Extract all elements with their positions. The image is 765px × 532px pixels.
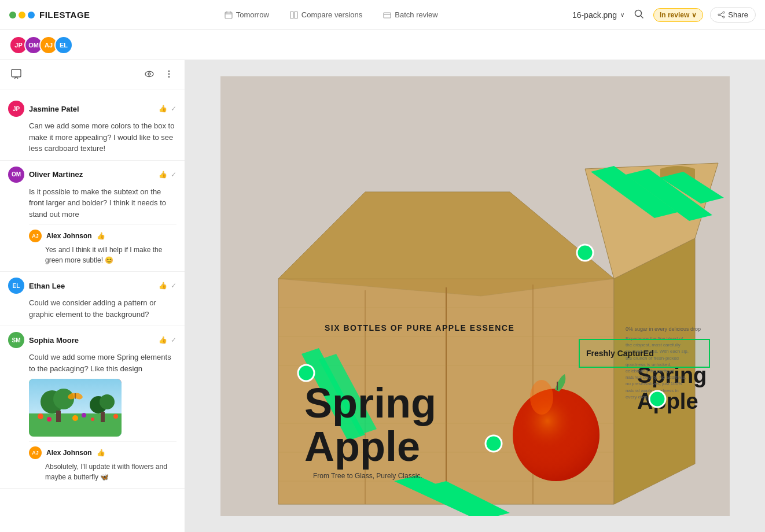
chevron-down-icon: ∨ xyxy=(620,12,624,18)
reply-text-4: Absolutely, I'll update it with flowers … xyxy=(45,461,176,482)
svg-rect-30 xyxy=(101,412,105,422)
comment-text-3: Could we consider adding a pattern or gr… xyxy=(29,297,176,320)
resolve-button-3[interactable]: ✓ xyxy=(171,282,176,290)
reviewer-avatars: JP OM AJ EL xyxy=(9,36,73,54)
comment-1: JP Jasmine Patel 👍 ✓ Can we add some mor… xyxy=(0,95,185,161)
resolve-button-2[interactable]: ✓ xyxy=(171,171,176,179)
status-chevron-icon: ∨ xyxy=(692,11,697,19)
reply-text-2: Yes and I think it will help if I make t… xyxy=(45,245,176,265)
compare-icon xyxy=(290,11,298,19)
resolve-button-1[interactable]: ✓ xyxy=(171,105,176,113)
commenter-name-1: Jasmine Patel xyxy=(29,105,79,113)
comment-3: EL Ethan Lee 👍 ✓ Could we consider addin… xyxy=(0,272,185,326)
logo-dot-blue xyxy=(28,12,35,19)
main-layout: JP Jasmine Patel 👍 ✓ Can we add some mor… xyxy=(0,60,765,532)
svg-rect-6 xyxy=(384,13,391,18)
comment-1-header: JP Jasmine Patel 👍 ✓ xyxy=(8,101,176,117)
batch-review-button[interactable]: Batch review xyxy=(378,8,442,21)
logo-dot-yellow xyxy=(19,12,25,19)
svg-point-18 xyxy=(145,72,153,77)
svg-rect-15 xyxy=(12,69,21,77)
search-icon xyxy=(634,9,644,19)
calendar-icon xyxy=(225,11,233,19)
share-button[interactable]: Share xyxy=(710,7,756,23)
logo-dot-green xyxy=(9,12,16,19)
svg-point-68 xyxy=(530,380,553,415)
logo-text: FILESTAGE xyxy=(39,10,90,20)
spring-image xyxy=(29,379,122,437)
batch-review-label: Batch review xyxy=(395,10,437,19)
tomorrow-button[interactable]: Tomorrow xyxy=(220,8,274,21)
comment-1-actions: 👍 ✓ xyxy=(159,105,176,113)
logo-dots xyxy=(9,12,35,19)
svg-point-67 xyxy=(513,389,600,481)
sidebar: JP Jasmine Patel 👍 ✓ Can we add some mor… xyxy=(0,60,185,532)
svg-point-21 xyxy=(168,73,170,75)
status-label: In review xyxy=(660,11,689,19)
avatar-el-comment: EL xyxy=(8,278,24,294)
svg-line-14 xyxy=(720,15,723,17)
svg-line-9 xyxy=(641,16,643,18)
commenter-name-2: Oliver Martinez xyxy=(29,170,83,179)
avatar-aj-reply-2: AJ xyxy=(29,230,42,242)
comment-2: OM Oliver Martinez 👍 ✓ Is it possible to… xyxy=(0,161,185,272)
avatar-jp-comment: JP xyxy=(8,101,24,117)
svg-text:Freshly CapturEd: Freshly CapturEd xyxy=(586,349,654,358)
reply-4: AJ Alex Johnson 👍 Absolutely, I'll updat… xyxy=(29,441,176,482)
svg-point-34 xyxy=(82,413,86,418)
tomorrow-label: Tomorrow xyxy=(236,10,269,19)
resolve-button-4[interactable]: ✓ xyxy=(171,336,176,344)
eye-icon xyxy=(144,69,155,79)
svg-text:SIX BOTTLES OF PURE APPLE ESSE: SIX BOTTLES OF PURE APPLE ESSENCE xyxy=(325,323,514,332)
avatar-sm-comment: SM xyxy=(8,332,24,348)
svg-point-33 xyxy=(72,415,78,421)
like-button-1[interactable]: 👍 xyxy=(159,105,167,113)
more-options-button[interactable] xyxy=(161,66,176,83)
add-comment-icon xyxy=(10,68,22,80)
svg-point-22 xyxy=(168,76,170,78)
view-toggle-button[interactable] xyxy=(142,66,157,83)
svg-text:Apple: Apple xyxy=(304,423,420,470)
reply-2: AJ Alex Johnson 👍 Yes and I think it wil… xyxy=(29,224,176,265)
status-badge[interactable]: In review ∨ xyxy=(653,8,703,22)
share-label: Share xyxy=(728,10,748,19)
like-button-4[interactable]: 👍 xyxy=(159,336,167,344)
commenter-info-4: SM Sophia Moore xyxy=(8,332,79,348)
svg-rect-4 xyxy=(290,12,293,19)
svg-point-10 xyxy=(723,12,724,13)
file-name-text: 16-pack.png xyxy=(572,10,617,20)
comment-4: SM Sophia Moore 👍 ✓ Could we add some mo… xyxy=(0,326,185,489)
svg-text:From Tree to Glass, Purely Cla: From Tree to Glass, Purely Classic. xyxy=(313,472,422,480)
commenter-info-2: OM Oliver Martinez xyxy=(8,167,83,183)
compare-versions-label: Compare versions xyxy=(301,10,363,19)
like-button-3[interactable]: 👍 xyxy=(159,282,167,290)
spring-garden-svg xyxy=(29,379,122,437)
reply-header-4: AJ Alex Johnson 👍 xyxy=(29,446,176,459)
reply-name-2: Alex Johnson xyxy=(46,232,92,240)
compare-versions-button[interactable]: Compare versions xyxy=(285,8,367,21)
search-button[interactable] xyxy=(631,6,646,23)
commenter-name-4: Sophia Moore xyxy=(29,336,79,345)
svg-point-20 xyxy=(168,71,170,72)
svg-point-35 xyxy=(91,418,94,421)
reply-header-2: AJ Alex Johnson 👍 xyxy=(29,230,176,242)
reply-name-4: Alex Johnson xyxy=(46,449,92,457)
svg-point-19 xyxy=(148,73,150,75)
svg-point-74 xyxy=(298,365,314,381)
svg-text:Spring: Spring xyxy=(304,380,436,426)
like-reply-4[interactable]: 👍 xyxy=(97,449,105,457)
svg-point-11 xyxy=(723,16,724,18)
like-reply-2[interactable]: 👍 xyxy=(97,232,105,240)
like-button-2[interactable]: 👍 xyxy=(159,171,167,179)
commenter-info-3: EL Ethan Lee xyxy=(8,278,65,294)
second-nav: JP OM AJ EL xyxy=(0,30,765,60)
svg-point-12 xyxy=(718,14,720,16)
svg-point-75 xyxy=(486,435,502,452)
commenter-info-1: JP Jasmine Patel xyxy=(8,101,79,117)
add-comment-button[interactable] xyxy=(8,66,24,84)
avatar-ethan[interactable]: EL xyxy=(54,36,73,54)
comments-list: JP Jasmine Patel 👍 ✓ Can we add some mor… xyxy=(0,90,185,532)
svg-line-13 xyxy=(720,13,723,14)
file-name[interactable]: 16-pack.png ∨ xyxy=(572,10,624,20)
avatar-aj-reply-4: AJ xyxy=(29,446,42,459)
